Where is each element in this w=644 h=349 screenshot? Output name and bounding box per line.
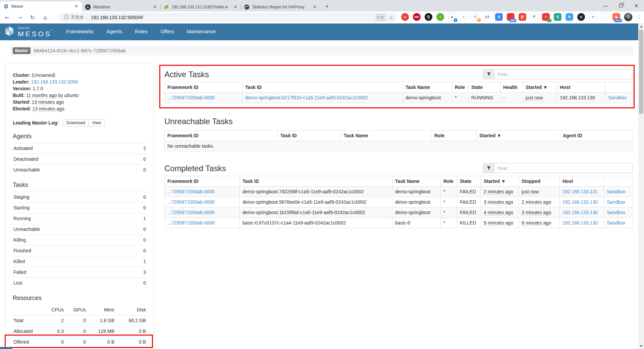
active-tasks-table: Framework ID Task ID Task Name Role Stat… [164, 82, 633, 103]
scroll-down-icon[interactable]: ▼ [638, 343, 644, 349]
penguin-extension-icon[interactable]: Q [425, 13, 432, 21]
reload-icon[interactable]: ↻ [27, 13, 38, 22]
col-framework-id[interactable]: Framework ID [165, 176, 240, 187]
s-extension-icon[interactable]: S [554, 13, 561, 21]
col-task-id[interactable]: Task ID [240, 176, 392, 187]
mesos-brand[interactable]: ApacheMESOS™ [0, 25, 52, 39]
download-extension-icon[interactable]: ↓ [601, 13, 608, 21]
framework-id-link[interactable]: ...7295671593ab-0000 [167, 210, 215, 215]
nav-agents[interactable]: Agents [100, 23, 128, 40]
col-task-name[interactable]: Task Name [403, 82, 452, 93]
col-task-name[interactable]: Task Name [341, 131, 432, 141]
col-health[interactable]: Health [500, 82, 523, 93]
col-host[interactable]: Host [557, 82, 605, 93]
col-task-id[interactable]: Task ID [278, 131, 341, 141]
col-task-id[interactable]: Task ID [243, 82, 403, 93]
security-chip[interactable]: 不安全 [71, 14, 84, 20]
bookmark-star-icon[interactable]: ☆ [389, 14, 393, 21]
col-task-name[interactable]: Task Name [392, 176, 441, 187]
col-host[interactable]: Host [560, 176, 604, 187]
url-text[interactable]: 192.168.133.132:5050/#/ [91, 15, 143, 20]
tab-marathon[interactable]: Marathon ✕ [82, 3, 160, 11]
col-started[interactable]: Started ▼ [523, 82, 557, 93]
col-framework-id[interactable]: Framework ID [165, 82, 243, 93]
window-restore-button[interactable] [613, 0, 629, 11]
tab-close-icon[interactable]: ✕ [74, 4, 79, 9]
adblock-plus-icon[interactable]: ABP [413, 13, 421, 21]
tab-close-icon[interactable]: ✕ [152, 4, 158, 10]
camera-extension-icon[interactable]: ◎New [612, 13, 620, 21]
host-link[interactable]: 192.168.133.130 [562, 210, 598, 215]
sandbox-link[interactable]: Sandbox [608, 95, 627, 100]
col-started[interactable]: Started ▼ [481, 176, 519, 187]
tab-haproxy-stats[interactable]: Statistics Report for HAProxy ✕ [241, 3, 320, 11]
tab-close-icon[interactable]: ✕ [312, 4, 317, 10]
green-plus-extension-icon[interactable]: + [436, 13, 444, 21]
col-stopped[interactable]: Stopped [519, 176, 560, 187]
nav-frameworks[interactable]: Frameworks [60, 23, 100, 40]
col-role[interactable]: Role [432, 131, 477, 141]
google-translate-icon[interactable]: A [495, 13, 503, 21]
braces-extension-icon[interactable]: (≡) [483, 13, 491, 21]
profile-avatar[interactable] [624, 13, 633, 21]
filter-icon[interactable] [483, 69, 494, 79]
stopped-cell: 8 minutes ago [522, 220, 551, 226]
e-extension-icon[interactable]: e [577, 13, 585, 21]
stopped-cell: 2 minutes ago [522, 199, 551, 205]
host-link[interactable]: 192.168.133.131 [562, 189, 598, 194]
infinity-extension-icon[interactable]: ∞ [401, 13, 409, 21]
completed-find-input[interactable] [494, 163, 633, 173]
log-download-button[interactable]: Download [63, 119, 89, 127]
host-link[interactable]: 192.168.133.130 [562, 199, 598, 205]
leader-link[interactable]: 192.168.133.132:5050 [31, 79, 78, 85]
framework-id-link[interactable]: ...7295671593ab-0000 [167, 199, 215, 205]
framework-id-link[interactable]: ...7295671593ab-0000 [167, 220, 215, 226]
host-link[interactable]: 192.168.133.130 [562, 220, 598, 226]
scroll-up-icon[interactable]: ▲ [638, 23, 644, 29]
active-find-input[interactable] [494, 69, 633, 79]
sandbox-link[interactable]: Sandbox [607, 199, 625, 205]
page-info-icon[interactable]: ⓘ [64, 14, 69, 20]
scrollbar-thumb[interactable] [639, 30, 643, 114]
sandbox-link[interactable]: Sandbox [607, 189, 625, 194]
sandbox-link[interactable]: Sandbox [607, 210, 625, 215]
framework-id-link[interactable]: ...7295671593ab-0000 [167, 189, 215, 194]
o-ring-extension-icon[interactable]: O1 [472, 13, 479, 21]
new-tab-button[interactable]: + [323, 2, 331, 11]
filter-icon[interactable] [483, 163, 494, 173]
window-minimize-button[interactable]: — [598, 0, 613, 11]
col-agent-id[interactable]: Agent ID [560, 131, 633, 141]
github-octocat-icon[interactable]: ●1 [448, 13, 456, 21]
red-list-extension-icon[interactable]: ≡✓ [542, 13, 550, 21]
red-badge-extension-icon[interactable]: 99+ [507, 13, 515, 21]
tab-mesos[interactable]: Mesos ✕ [0, 1, 82, 11]
task-id-link[interactable]: demo-springboot.b217f610-c1a5-11e9-aaf9-… [245, 95, 368, 100]
sandbox-link[interactable]: Sandbox [607, 220, 625, 226]
address-bar[interactable]: ⓘ 不安全 192.168.133.132:5050/#/ G文 ☆ [59, 13, 397, 22]
nav-offers[interactable]: Offers [154, 23, 180, 40]
home-icon[interactable]: ⌂ [40, 13, 51, 22]
share-copy-extension-icon[interactable]: ↗ [589, 13, 597, 21]
forward-icon[interactable]: → [14, 13, 25, 22]
col-framework-id[interactable]: Framework ID [165, 131, 278, 141]
col-state[interactable]: State [457, 176, 481, 187]
col-state[interactable]: State [469, 82, 500, 93]
col-started[interactable]: Started ▼ [477, 131, 560, 141]
person-search-extension-icon[interactable]: P [530, 13, 538, 21]
framework-id-link[interactable]: ...7295671593ab-0000 [167, 95, 215, 100]
col-role[interactable]: Role [452, 82, 469, 93]
vertical-scrollbar[interactable]: ▲ ▼ [638, 23, 644, 349]
doc-edit-extension-icon[interactable]: ✎ [566, 13, 573, 21]
nav-roles[interactable]: Roles [128, 23, 154, 40]
translate-page-icon[interactable]: G文 [376, 14, 385, 21]
tab-spring-app[interactable]: 192.168.133.131:31657/hello w ✕ [160, 3, 241, 11]
log-view-button[interactable]: View [89, 119, 105, 127]
col-role[interactable]: Role [441, 176, 457, 187]
window-close-button[interactable]: × [629, 0, 644, 11]
tab-close-icon[interactable]: ✕ [233, 4, 238, 10]
browser-menu-icon[interactable]: ⋮ [636, 14, 642, 20]
nav-maintenance[interactable]: Maintenance [180, 23, 222, 40]
back-icon[interactable]: ← [1, 13, 13, 22]
zhe-coupon-extension-icon[interactable]: 折 [519, 13, 526, 21]
check-circle-extension-icon[interactable]: ✓ [460, 13, 468, 21]
